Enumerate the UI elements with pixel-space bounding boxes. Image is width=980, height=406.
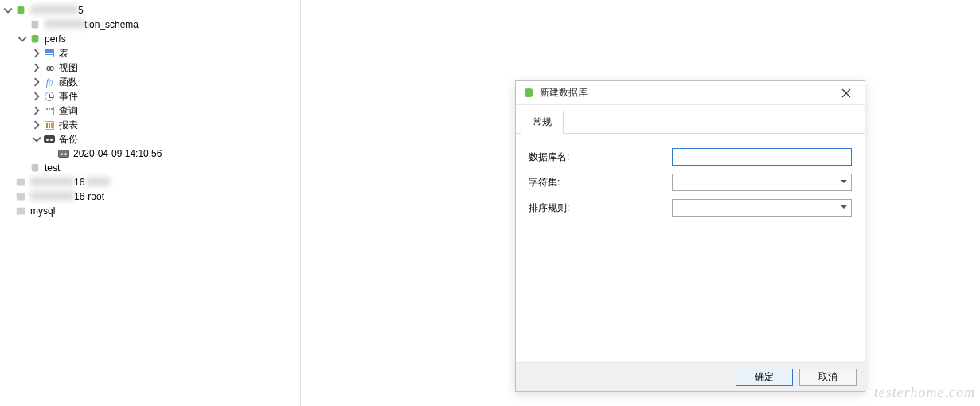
redacted-text: xxxxx [30, 5, 78, 14]
event-icon [43, 90, 56, 103]
tab-label: 常规 [533, 116, 552, 127]
tree-label: 表 [59, 47, 68, 61]
svg-rect-4 [17, 179, 25, 186]
svg-rect-6 [17, 208, 25, 215]
tree-label: 报表 [59, 119, 78, 132]
button-label: 确定 [755, 371, 774, 382]
connection-mysql[interactable]: ▸ mysql [0, 204, 300, 218]
conn-suffix: 16 [74, 177, 84, 188]
tree-label: 函数 [59, 76, 78, 89]
dialog-titlebar[interactable]: 新建数据库 [516, 81, 865, 105]
connection-inactive-icon [14, 205, 27, 217]
connection-item[interactable]: ▸ xxxx16xx [0, 175, 300, 189]
button-label: 取消 [818, 371, 837, 382]
tree-events[interactable]: 事件 [0, 89, 300, 103]
redacted-text: xxxx [45, 19, 84, 29]
backup-file-icon [57, 147, 70, 160]
dialog-title: 新建数据库 [540, 86, 834, 100]
tree-functions[interactable]: f() 函数 [0, 75, 300, 89]
redacted-text: xxxx [30, 177, 74, 186]
db-perfs[interactable]: perfs [0, 32, 300, 46]
db-test[interactable]: ▸ test [0, 161, 300, 175]
connection-label-suffix: 5 [78, 5, 84, 16]
label-database-name: 数据库名: [529, 150, 672, 164]
database-inactive-icon [29, 18, 41, 31]
label-charset: 字符集: [529, 176, 672, 189]
tree-reports[interactable]: 报表 [0, 118, 300, 132]
db-information-schema[interactable]: ▸ xxxxtion_schema [0, 18, 300, 32]
redacted-text: xx [86, 177, 110, 186]
label-collation: 排序规则: [529, 201, 672, 215]
tab-general[interactable]: 常规 [521, 111, 564, 134]
chevron-down-icon[interactable] [3, 6, 13, 15]
collation-select[interactable] [672, 199, 852, 217]
conn-label: mysql [30, 205, 55, 217]
database-icon [522, 87, 535, 100]
tree-backups[interactable]: 备份 [0, 132, 300, 146]
svg-rect-5 [17, 193, 25, 201]
tree-views[interactable]: oo 视图 [0, 61, 300, 75]
tree-tables[interactable]: 表 [0, 46, 300, 61]
chevron-down-icon[interactable] [32, 135, 41, 144]
database-active-icon [29, 33, 41, 45]
chevron-right-icon[interactable] [32, 106, 41, 115]
dialog-tabs: 常规 [516, 105, 865, 134]
connection-inactive-icon [14, 190, 27, 203]
view-icon: oo [43, 61, 56, 74]
tree-label: 查询 [59, 104, 78, 118]
chevron-right-icon[interactable] [32, 63, 41, 72]
watermark-text: testerhome.com [874, 385, 975, 401]
tree-label: 事件 [59, 90, 78, 103]
database-active-icon [14, 4, 27, 17]
connection-root[interactable]: xxxxx5 [0, 3, 300, 18]
db-label: perfs [45, 33, 66, 45]
connection-tree[interactable]: xxxxx5 ▸ xxxxtion_schema perfs 表 oo 视图 f… [0, 0, 301, 406]
report-icon [43, 119, 56, 131]
db-label-suffix: tion_schema [84, 19, 139, 30]
conn-suffix: 16-root [74, 191, 104, 202]
chevron-right-icon[interactable] [32, 77, 41, 87]
connection-item[interactable]: ▸ xxxx16-root [0, 189, 300, 204]
database-name-input[interactable] [672, 148, 852, 166]
row-charset: 字符集: [529, 174, 852, 191]
dialog-footer: 确定 取消 [516, 362, 865, 391]
table-icon [43, 47, 56, 60]
chevron-down-icon[interactable] [18, 34, 27, 44]
tree-label: 视图 [59, 61, 78, 75]
chevron-right-icon[interactable] [32, 92, 41, 101]
row-collation: 排序规则: [529, 199, 852, 217]
connection-inactive-icon [14, 176, 27, 189]
chevron-right-icon[interactable] [32, 49, 41, 58]
chevron-right-icon[interactable] [32, 120, 41, 130]
database-inactive-icon [29, 162, 41, 174]
query-icon [43, 104, 56, 117]
row-database-name: 数据库名: [529, 148, 852, 166]
db-label: test [45, 162, 60, 174]
tree-queries[interactable]: 查询 [0, 103, 300, 118]
close-button[interactable] [834, 81, 858, 105]
dialog-body: 数据库名: 字符集: 排序规则: [516, 134, 865, 362]
backup-icon [43, 133, 56, 146]
backup-file-label: 2020-04-09 14:10:56 [73, 148, 162, 159]
backup-file-item[interactable]: ▸ 2020-04-09 14:10:56 [0, 146, 300, 161]
cancel-button[interactable]: 取消 [799, 369, 857, 386]
redacted-text: xxxx [30, 191, 74, 201]
ok-button[interactable]: 确定 [736, 369, 793, 386]
function-icon: f() [43, 76, 56, 88]
new-database-dialog: 新建数据库 常规 数据库名: 字符集: 排序规则: [515, 80, 865, 392]
charset-select[interactable] [672, 174, 852, 191]
close-icon [841, 88, 851, 98]
tree-label: 备份 [59, 133, 78, 146]
